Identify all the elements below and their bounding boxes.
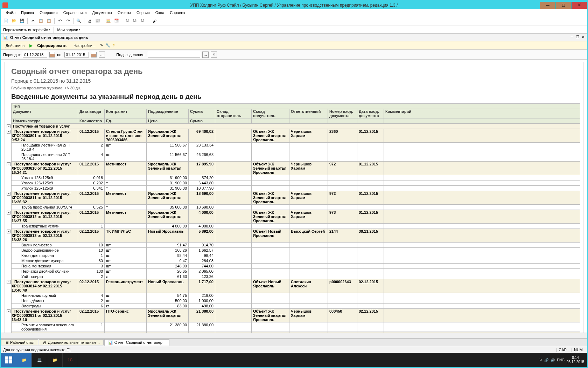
actionbar: Действия ▾ ▶ Сформировать Настройки... ✎… (1, 41, 587, 50)
division-input[interactable] (148, 52, 200, 57)
status-cap: CAP (556, 348, 569, 352)
new-icon[interactable]: 📄 (2, 18, 9, 25)
tray-lang[interactable]: ENG (557, 358, 565, 362)
report-area[interactable]: Сводный отчет оператора за день Период с… (1, 60, 587, 333)
col-header: Количество (78, 118, 105, 124)
undo-icon[interactable]: ↶ (56, 18, 63, 25)
tool-icon[interactable]: 🔧 (105, 43, 110, 48)
tray-flag-icon[interactable]: ⚐ (539, 358, 542, 362)
print-icon[interactable]: 🖨 (86, 18, 93, 25)
calendar-icon[interactable] (49, 52, 55, 57)
division-pick-button[interactable]: … (202, 52, 209, 58)
doc-row[interactable]: −Поступление товаров и услуг ХРС00003811… (12, 191, 580, 205)
header-type: Тип (12, 104, 580, 109)
preview-icon[interactable]: 📰 (94, 18, 101, 25)
menu-service[interactable]: Сервис (134, 10, 153, 15)
item-row: Уайт-спирит2л61,63123,26 (12, 274, 580, 279)
menu-documents[interactable]: Документы (89, 10, 115, 15)
m-plus-icon[interactable]: M+ (132, 18, 139, 25)
doc-row[interactable]: −Поступление товаров и услуг ХРС00003810… (12, 162, 580, 175)
menu-operations[interactable]: Операции (37, 10, 60, 15)
horizontal-scrollbar[interactable] (1, 333, 587, 338)
run-icon[interactable]: ▶ (29, 43, 33, 48)
task-1c-icon[interactable]: 1С (63, 353, 78, 367)
task-powershell-icon[interactable]: 💻 (32, 353, 47, 367)
collapse-icon[interactable]: − (7, 192, 10, 196)
doc-row[interactable]: −Поступление товаров и услуг ХРС00003831… (12, 309, 580, 322)
doc-restore-icon[interactable]: ❐ (575, 35, 580, 40)
doc-close-icon[interactable]: ✕ (581, 35, 586, 40)
cut-icon[interactable]: ✂ (29, 18, 36, 25)
menu-edit[interactable]: Правка (18, 10, 37, 15)
tab-print[interactable]: 🖨 Дополнительные печатные... (39, 339, 104, 345)
col-header: Дата вход. документа (357, 109, 384, 118)
collapse-icon[interactable]: − (7, 280, 10, 284)
calendar-icon[interactable] (91, 52, 97, 57)
close-button[interactable]: ✕ (571, 2, 587, 9)
period-from-input[interactable] (23, 52, 47, 57)
division-clear-button[interactable]: ✕ (211, 52, 217, 58)
open-icon[interactable]: 📂 (10, 18, 18, 25)
collapse-icon[interactable]: − (7, 309, 10, 313)
task-explorer-icon[interactable]: 📁 (16, 353, 32, 367)
m-icon[interactable]: M (124, 18, 131, 25)
m-minus-icon[interactable]: M− (140, 18, 147, 25)
help-icon[interactable]: ? (112, 43, 114, 48)
col-header: Контрагент (105, 109, 147, 118)
col-header: Склад получатель (252, 109, 289, 118)
actions-button[interactable]: Действия ▾ (3, 42, 27, 49)
brush-icon[interactable]: 🖌 (151, 18, 158, 25)
group-title: Поступления товаров и услуг (12, 124, 70, 128)
tab-desktop[interactable]: 🖥 Рабочий стол (1, 339, 38, 345)
collapse-icon[interactable]: − (7, 130, 10, 134)
tab-report[interactable]: 📊 Отчет Сводный отчет опер... (104, 339, 169, 346)
menu-reports[interactable]: Отчеты (115, 10, 134, 15)
form-button[interactable]: Сформировать (35, 42, 69, 49)
minimize-button[interactable]: ─ (540, 2, 555, 9)
period-to-input[interactable] (64, 52, 89, 57)
pencil-icon[interactable]: ✎ (100, 43, 103, 48)
doc-row[interactable]: −Поступление товаров и услуг ХРС00003801… (12, 129, 580, 143)
tray-network-icon[interactable]: 🔗 (544, 358, 548, 362)
period-pick-button[interactable]: … (99, 52, 105, 58)
doc-minimize-icon[interactable]: ─ (569, 35, 574, 40)
col-header: Сумма (189, 109, 215, 118)
redo-icon[interactable]: ↷ (64, 18, 71, 25)
report-icon: 📊 (108, 340, 113, 345)
tray-sound-icon[interactable]: 🔊 (551, 358, 555, 362)
start-button[interactable] (1, 353, 16, 367)
col-header: Сумма (189, 118, 215, 124)
collapse-icon[interactable]: − (7, 162, 10, 166)
menu-catalogs[interactable]: Справочники (61, 10, 90, 15)
save-icon[interactable]: 💾 (19, 18, 26, 25)
switch-interface[interactable]: Переключить интерфейс ▾ (3, 28, 50, 32)
menu-help[interactable]: Справка (167, 10, 188, 15)
doc-row[interactable]: −Поступление товаров и услуг ХРС00003838… (12, 332, 580, 333)
task-folder-icon[interactable]: 📁 (47, 353, 63, 367)
item-row: Уголок 125х125х90,202т31 900,006 443,80 (12, 180, 580, 186)
status-hint: Для получения подсказки нажмите F1 (3, 348, 71, 352)
copy-icon[interactable]: 📋 (37, 18, 44, 25)
menu-windows[interactable]: Окна (153, 10, 167, 15)
tray-clock[interactable]: 0:14 06.12.2015 (567, 356, 584, 364)
calendar-icon[interactable]: 📅 (113, 18, 120, 25)
item-row: Пена монтажная3шт248,00744,00 (12, 264, 580, 269)
maximize-button[interactable]: □ (555, 2, 571, 9)
item-row: Цепь д/пилы2шт500,001 000,00 (12, 298, 580, 304)
menu-file[interactable]: Файл (3, 10, 18, 15)
collapse-icon[interactable]: − (7, 124, 10, 128)
window-title: УПП Холдинг Руф Стайл / Бусыгин Сергей /… (190, 3, 398, 8)
print-icon: 🖨 (43, 340, 47, 345)
settings-button[interactable]: Настройки... (71, 42, 98, 49)
my-tasks[interactable]: Мои задачи ▾ (57, 28, 80, 32)
item-row: Напильник круглый4шт54,75219,00 (12, 293, 580, 298)
find-icon[interactable]: 🔍 (75, 18, 82, 25)
collapse-icon[interactable]: − (7, 211, 10, 214)
doc-row[interactable]: −Поступление товаров и услуг ХРС00003812… (12, 210, 580, 224)
paste-icon[interactable]: 📋 (46, 18, 52, 25)
svg-rect-1 (9, 356, 12, 360)
doc-row[interactable]: −Поступление товаров и услуг ХРС00003814… (12, 279, 580, 293)
calc-icon[interactable]: 🧮 (105, 18, 112, 25)
collapse-icon[interactable]: − (7, 230, 10, 233)
doc-row[interactable]: −Поступление товаров и услуг ХРС00003813… (12, 229, 580, 243)
